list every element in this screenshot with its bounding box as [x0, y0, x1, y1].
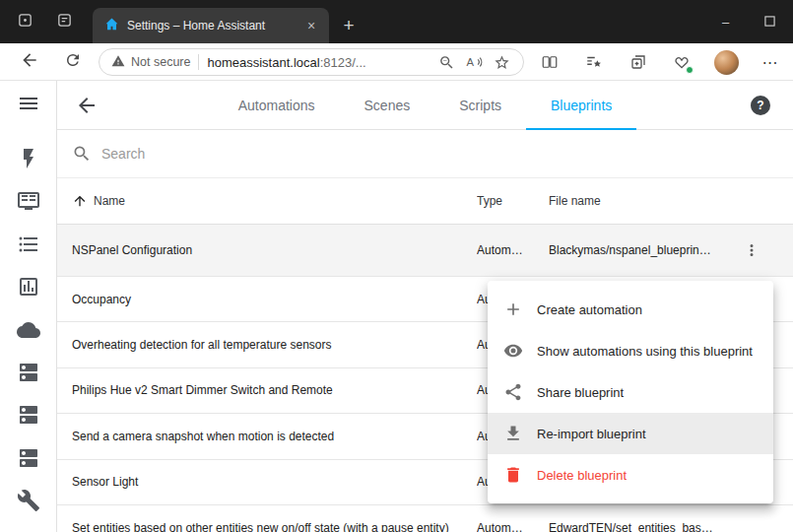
menu-item-label: Create automation — [537, 302, 642, 317]
zoom-button[interactable] — [436, 52, 456, 72]
cell-name: Sensor Light — [57, 475, 477, 489]
tab-automations[interactable]: Automations — [214, 81, 340, 130]
trash-icon — [503, 465, 523, 485]
favorite-star-button[interactable] — [492, 52, 511, 72]
search-bar — [57, 130, 793, 178]
menu-item-label: Show automations using this blueprint — [537, 344, 753, 359]
ha-sidebar — [0, 81, 57, 532]
menu-item-create-automation[interactable]: Create automation — [488, 289, 773, 330]
header-name[interactable]: Name — [94, 194, 125, 208]
back-arrow-icon — [20, 50, 39, 74]
window-maximize-button[interactable] — [748, 0, 792, 43]
menu-item-label: Re-import blueprint — [537, 427, 646, 441]
tab-scripts[interactable]: Scripts — [434, 81, 526, 130]
tab-preview-icon — [56, 12, 73, 33]
menu-item-show-automations[interactable]: Show automations using this blueprint — [488, 330, 773, 371]
ha-tab-bar: Automations Scenes Scripts Blueprints — [57, 81, 793, 130]
sidebar-icon-server-1[interactable] — [17, 361, 40, 384]
security-label: Not secure — [131, 55, 190, 69]
tab-blueprints[interactable]: Blueprints — [526, 81, 636, 130]
warning-triangle-icon — [111, 54, 125, 71]
cell-type: Autom… — [477, 243, 549, 257]
essentials-status-dot — [686, 66, 694, 74]
blueprint-context-menu: Create automation Show automations using… — [488, 281, 773, 503]
workspaces-icon — [17, 12, 33, 33]
cell-type: Autom… — [477, 521, 549, 532]
tab-scenes[interactable]: Scenes — [340, 81, 435, 130]
browser-essentials-button[interactable] — [669, 49, 694, 75]
help-button[interactable]: ? — [751, 96, 770, 115]
menu-item-delete-blueprint[interactable]: Delete blueprint — [488, 454, 773, 496]
profile-avatar[interactable] — [713, 49, 739, 75]
browser-refresh-button[interactable] — [59, 48, 87, 76]
share-icon — [503, 382, 523, 402]
menu-item-label: Delete blueprint — [537, 468, 627, 483]
sidebar-icon-wrench[interactable] — [17, 489, 40, 512]
browser-back-button[interactable] — [16, 48, 43, 76]
refresh-icon — [64, 51, 82, 73]
favorites-hub-button[interactable] — [581, 49, 607, 75]
url-host: homeassistant.local — [207, 55, 319, 70]
table-header: Name Type File name — [57, 178, 793, 225]
search-icon — [72, 144, 92, 164]
read-aloud-button[interactable]: A — [464, 52, 484, 72]
maximize-icon — [764, 15, 775, 30]
sidebar-menu-button[interactable] — [17, 92, 40, 115]
cell-name: Philips Hue v2 Smart Dimmer Switch and R… — [57, 383, 477, 397]
cell-name: NSPanel Configuration — [57, 243, 477, 257]
sidebar-icon-energy[interactable] — [17, 147, 40, 170]
header-file[interactable]: File name — [549, 194, 740, 208]
security-status[interactable]: Not secure — [111, 54, 190, 71]
tab-close-button[interactable]: × — [301, 16, 321, 35]
collections-button[interactable] — [626, 49, 651, 75]
address-divider — [198, 54, 199, 70]
cell-name: Set entities based on other entities new… — [57, 521, 477, 532]
eye-icon — [503, 341, 523, 361]
sidebar-icon-cloud[interactable] — [17, 318, 40, 342]
browser-titlebar: Settings – Home Assistant × + – ✕ — [0, 0, 793, 43]
plus-icon — [503, 299, 523, 319]
cell-name: Occupancy — [57, 293, 477, 306]
table-row[interactable]: NSPanel Configuration Autom… Blackymas/n… — [57, 225, 793, 277]
sidebar-icon-server-2[interactable] — [17, 403, 40, 427]
cell-file: EdwardTEN/set_entities_bas… — [549, 521, 740, 532]
sidebar-icon-server-3[interactable] — [17, 446, 40, 470]
url-path: :8123/... — [320, 55, 366, 70]
home-assistant-favicon — [104, 17, 119, 35]
search-input[interactable] — [101, 146, 496, 162]
sidebar-icon-history-chart[interactable] — [17, 275, 40, 299]
cell-name: Send a camera snapshot when motion is de… — [57, 430, 477, 443]
workspaces-button[interactable] — [10, 7, 39, 36]
url-text: homeassistant.local:8123/... — [207, 55, 429, 70]
row-overflow-menu-button[interactable] — [740, 238, 763, 262]
sidebar-icon-terminal[interactable] — [17, 189, 40, 213]
new-tab-button[interactable]: + — [335, 12, 363, 39]
browser-tab[interactable]: Settings – Home Assistant × — [93, 8, 329, 43]
menu-item-share-blueprint[interactable]: Share blueprint — [488, 371, 773, 413]
avatar-image — [714, 50, 739, 75]
table-row[interactable]: Set entities based on other entities new… — [57, 505, 793, 532]
tab-title: Settings – Home Assistant — [127, 19, 294, 33]
browser-toolbar: Not secure homeassistant.local:8123/... … — [0, 43, 793, 81]
browser-menu-button[interactable]: ⋯ — [758, 49, 783, 75]
menu-item-reimport-blueprint[interactable]: Re-import blueprint — [488, 413, 773, 454]
sort-ascending-icon[interactable] — [72, 193, 88, 209]
ha-appbar: Automations Scenes Scripts Blueprints ? — [57, 81, 793, 130]
svg-text:A: A — [467, 56, 475, 68]
cell-name: Overheating detection for all temperatur… — [57, 338, 477, 352]
window-minimize-button[interactable]: – — [703, 0, 748, 43]
home-assistant-app: Automations Scenes Scripts Blueprints ? … — [0, 81, 793, 532]
menu-item-label: Share blueprint — [537, 385, 624, 400]
tab-actions-button[interactable] — [49, 7, 79, 36]
header-type[interactable]: Type — [477, 194, 549, 208]
cell-file: Blackymas/nspanel_blueprin… — [549, 243, 740, 257]
split-screen-button[interactable] — [537, 49, 562, 75]
sidebar-icon-list[interactable] — [17, 233, 40, 256]
address-bar[interactable]: Not secure homeassistant.local:8123/... … — [99, 48, 524, 76]
download-icon — [503, 424, 523, 443]
